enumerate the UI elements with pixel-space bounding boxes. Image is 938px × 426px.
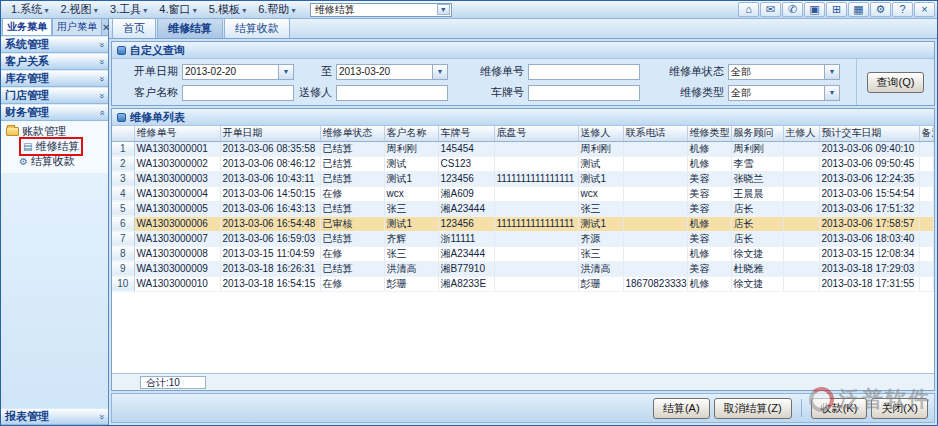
table-row[interactable]: 8WA13030000082013-03-15 11:04:59在修张三湘A23… (112, 246, 934, 261)
column-header[interactable]: 维修类型 (687, 126, 731, 141)
column-header[interactable]: 主修人 (783, 126, 819, 141)
cell: 145454 (438, 141, 494, 156)
sidebar-group-inventory[interactable]: 库存管理 » (1, 70, 108, 87)
chevron-down-icon[interactable]: ▼ (825, 64, 840, 80)
menu-4[interactable]: 4.窗口 (153, 1, 202, 18)
menu-6[interactable]: 6.帮助 (252, 1, 301, 18)
home-icon[interactable]: ⌂ (738, 2, 759, 17)
close-button[interactable]: 关闭(X) (871, 398, 928, 419)
close-icon[interactable]: × (914, 2, 935, 17)
column-header[interactable]: 车牌号 (438, 126, 494, 141)
repair-type-select[interactable]: ▼ (728, 85, 840, 101)
query-panel: 自定义查询 开单日期 ▼ 至 (111, 41, 935, 106)
table-row[interactable]: 4WA13030000042013-03-06 14:50:15在修wcx湘A6… (112, 186, 934, 201)
picture-icon[interactable]: ▦ (848, 2, 869, 17)
sidebar-tab-user-menu[interactable]: 用户菜单 (52, 18, 102, 35)
cell: 2013-03-15 11:04:59 (220, 246, 320, 261)
order-status-label: 维修单状态 (640, 64, 728, 79)
billing-date-to-input[interactable] (336, 64, 433, 80)
cancel-settle-button[interactable]: 取消结算(Z) (714, 398, 792, 419)
column-header[interactable]: 联系电话 (623, 126, 687, 141)
cell (494, 231, 578, 246)
module-selector[interactable]: 维修结算 ▼ (310, 3, 452, 17)
mail-icon[interactable]: ✉ (760, 2, 781, 17)
menu-5[interactable]: 5.模板 (203, 1, 252, 18)
sidebar-group-customer[interactable]: 客户关系 » (1, 53, 108, 70)
column-header[interactable]: 维修单状态 (320, 126, 384, 141)
sidebar-group-system[interactable]: 系统管理 » (1, 36, 108, 53)
cell: 2013-03-18 16:54:15 (220, 276, 320, 291)
column-header[interactable]: 底盘号 (494, 126, 578, 141)
cell: 2013-03-06 17:51:32 (819, 201, 919, 216)
table-row[interactable]: 10WA13030000102013-03-18 16:54:15在修彭珊湘A8… (112, 276, 934, 291)
document-icon: ▤ (23, 142, 32, 152)
menu-1[interactable]: 1.系统 (5, 1, 54, 18)
menu-3[interactable]: 3.工具 (104, 1, 153, 18)
order-no-input[interactable] (528, 64, 640, 80)
cell: 周利刚 (384, 141, 438, 156)
settings-icon[interactable]: ⚙ (870, 2, 891, 17)
table-row[interactable]: 9WA13030000092013-03-18 16:26:31已结算洪清高湘B… (112, 261, 934, 276)
tab-home[interactable]: 首页 (112, 18, 156, 38)
cell: 已结算 (320, 261, 384, 276)
column-header[interactable]: 备注 (919, 126, 934, 141)
sidebar-group-reports[interactable]: 报表管理 » (1, 408, 108, 425)
cell (919, 276, 934, 291)
chevron-down-icon[interactable]: ▼ (433, 64, 448, 80)
row-number-cell: 1 (112, 141, 134, 156)
row-number-cell: 8 (112, 246, 134, 261)
column-header[interactable]: 送修人 (578, 126, 623, 141)
menu-2[interactable]: 2.视图 (54, 1, 103, 18)
tree-item-repair-settlement[interactable]: ▤ 维修结算 (17, 139, 108, 154)
cell (494, 156, 578, 171)
cell: 已结算 (320, 201, 384, 216)
tab-repair-settlement[interactable]: 维修结算 (157, 18, 223, 38)
settle-button[interactable]: 结算(A) (653, 398, 710, 419)
customer-name-input[interactable] (182, 85, 294, 101)
column-header[interactable]: 开单日期 (220, 126, 320, 141)
help-icon[interactable]: ? (892, 2, 913, 17)
table-row[interactable]: 5WA13030000052013-03-06 16:43:13已结算张三湘A2… (112, 201, 934, 216)
tree-item-settlement-collection[interactable]: ⚙ 结算收款 (17, 154, 108, 169)
order-status-value[interactable] (728, 64, 825, 80)
cell (919, 141, 934, 156)
phone-icon[interactable]: ✆ (782, 2, 803, 17)
cell: 2013-03-06 17:58:57 (819, 216, 919, 231)
chevron-down-icon[interactable]: ▼ (437, 4, 450, 15)
column-header[interactable]: 服务顾问 (731, 126, 783, 141)
order-status-select[interactable]: ▼ (728, 64, 840, 80)
sidebar-group-store[interactable]: 门店管理 » (1, 87, 108, 104)
sender-input[interactable] (336, 85, 448, 101)
billing-date-from-field: ▼ (182, 64, 294, 80)
billing-date-from-input[interactable] (182, 64, 279, 80)
row-number-cell: 9 (112, 261, 134, 276)
cell: 机修 (687, 246, 731, 261)
sidebar-tab-business-menu[interactable]: 业务菜单 (2, 18, 52, 35)
column-header[interactable]: 维修单号 (134, 126, 220, 141)
repair-type-value[interactable] (728, 85, 825, 101)
table-row[interactable]: 2WA13030000022013-03-06 08:46:12已结算测试CS1… (112, 156, 934, 171)
table-row[interactable]: 1WA13030000012013-03-06 08:35:58已结算周利刚14… (112, 141, 934, 156)
cell: 测试1 (384, 216, 438, 231)
chevron-down-icon[interactable]: ▼ (279, 64, 294, 80)
table-row[interactable]: 6WA13030000062013-03-06 16:54:48已审核测试112… (112, 216, 934, 231)
tab-settlement-collection[interactable]: 结算收款 (224, 18, 290, 38)
cell (919, 171, 934, 186)
table-row[interactable]: 3WA13030000032013-03-06 10:43:11已结算测试112… (112, 171, 934, 186)
tree-item-label: 维修结算 (35, 139, 79, 154)
query-button[interactable]: 查询(Q) (867, 72, 925, 93)
menubar: 1.系统2.视图3.工具4.窗口5.模板6.帮助 维修结算 ▼ ⌂✉✆▣⊞▦⚙?… (1, 1, 937, 19)
main-area: 首页 维修结算 结算收款 自定义查询 开单日期 (109, 19, 937, 425)
apps-icon[interactable]: ⊞ (826, 2, 847, 17)
monitor-icon[interactable]: ▣ (804, 2, 825, 17)
chevron-down-icon[interactable]: ▼ (825, 85, 840, 101)
cell: wcx (384, 186, 438, 201)
cell: 2013-03-06 16:54:48 (220, 216, 320, 231)
column-header[interactable]: 预计交车日期 (819, 126, 919, 141)
cell: 2013-03-06 14:50:15 (220, 186, 320, 201)
collect-payment-button[interactable]: 收款(K) (811, 398, 868, 419)
plate-no-input[interactable] (528, 85, 640, 101)
sidebar-group-finance[interactable]: 财务管理 » (1, 104, 108, 121)
column-header[interactable]: 客户名称 (384, 126, 438, 141)
table-row[interactable]: 7WA13030000072013-03-06 16:59:03已结算齐辉浙11… (112, 231, 934, 246)
